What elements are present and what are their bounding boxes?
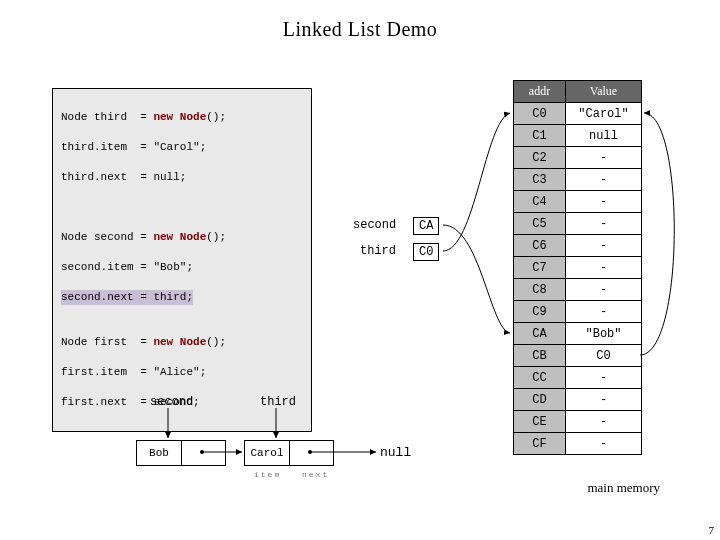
node-second: Bob — [136, 440, 226, 466]
mem-addr: CA — [514, 323, 566, 345]
null-label: null — [380, 445, 411, 460]
memory-caption: main memory — [587, 480, 660, 496]
third-ptr-label: third — [360, 244, 396, 258]
diagram-second-label: second — [150, 395, 193, 409]
page-number: 7 — [709, 524, 715, 536]
mem-addr: C5 — [514, 213, 566, 235]
table-row: C2- — [514, 147, 642, 169]
mem-value: - — [566, 235, 642, 257]
third-ptr-addr: C0 — [413, 241, 439, 261]
sublabel-item: item — [254, 470, 281, 479]
table-row: CF- — [514, 433, 642, 455]
mem-addr: C7 — [514, 257, 566, 279]
mem-value: "Carol" — [566, 103, 642, 125]
table-row: C0"Carol" — [514, 103, 642, 125]
table-row: C9- — [514, 301, 642, 323]
sublabel-next: next — [302, 470, 329, 479]
mem-value: - — [566, 147, 642, 169]
table-row: C4- — [514, 191, 642, 213]
mem-value: - — [566, 389, 642, 411]
memory-table: addr Value C0"Carol"C1nullC2-C3-C4-C5-C6… — [513, 80, 642, 455]
highlighted-line: second.next = third; — [61, 290, 193, 305]
mem-value: - — [566, 411, 642, 433]
mem-addr: C6 — [514, 235, 566, 257]
code-block: Node third = new Node(); third.item = "C… — [52, 88, 312, 432]
mem-addr: C4 — [514, 191, 566, 213]
table-row: CE- — [514, 411, 642, 433]
mem-addr: CF — [514, 433, 566, 455]
node-third: Carol — [244, 440, 334, 466]
table-row: C3- — [514, 169, 642, 191]
table-row: CA"Bob" — [514, 323, 642, 345]
mem-value: C0 — [566, 345, 642, 367]
mem-value: "Bob" — [566, 323, 642, 345]
mem-addr: C9 — [514, 301, 566, 323]
mem-header-value: Value — [566, 81, 642, 103]
table-row: CBC0 — [514, 345, 642, 367]
mem-header-addr: addr — [514, 81, 566, 103]
diagram-third-label: third — [260, 395, 296, 409]
node-second-item: Bob — [137, 441, 181, 465]
mem-addr: CC — [514, 367, 566, 389]
mem-addr: C0 — [514, 103, 566, 125]
mem-value: - — [566, 279, 642, 301]
mem-addr: C2 — [514, 147, 566, 169]
page-title: Linked List Demo — [0, 0, 720, 41]
mem-value: - — [566, 191, 642, 213]
mem-addr: CD — [514, 389, 566, 411]
table-row: CC- — [514, 367, 642, 389]
mem-value: - — [566, 367, 642, 389]
mem-value: - — [566, 257, 642, 279]
mem-value: - — [566, 169, 642, 191]
mem-addr: CB — [514, 345, 566, 367]
mem-addr: C1 — [514, 125, 566, 147]
table-row: C7- — [514, 257, 642, 279]
node-third-item: Carol — [245, 441, 289, 465]
mem-addr: C3 — [514, 169, 566, 191]
mem-addr: CE — [514, 411, 566, 433]
table-row: CD- — [514, 389, 642, 411]
mem-value: null — [566, 125, 642, 147]
mem-value: - — [566, 433, 642, 455]
table-row: C6- — [514, 235, 642, 257]
mem-value: - — [566, 213, 642, 235]
node-second-next — [181, 441, 225, 465]
table-row: C1null — [514, 125, 642, 147]
node-third-next — [289, 441, 333, 465]
table-row: C5- — [514, 213, 642, 235]
mem-value: - — [566, 301, 642, 323]
mem-addr: C8 — [514, 279, 566, 301]
second-ptr-label: second — [353, 218, 396, 232]
second-ptr-addr: CA — [413, 215, 439, 235]
table-row: C8- — [514, 279, 642, 301]
